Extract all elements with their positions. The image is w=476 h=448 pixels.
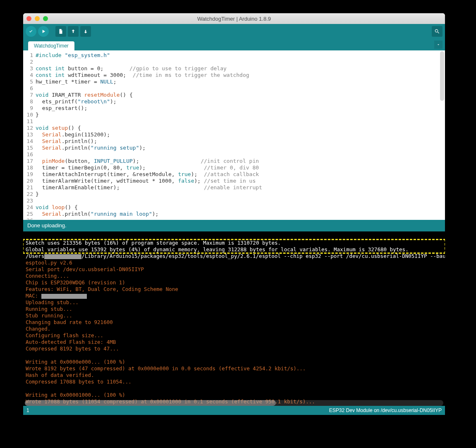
- line-number: 26: [23, 217, 36, 220]
- console-line: Auto-detected Flash size: 4MB: [26, 339, 116, 345]
- code-line[interactable]: 5hw_timer_t *timer = NULL;: [23, 79, 445, 85]
- console-line: MAC:: [26, 293, 87, 299]
- line-number: 5: [23, 79, 36, 85]
- upload-button[interactable]: [38, 26, 49, 37]
- code-line[interactable]: 10}: [23, 112, 445, 118]
- line-number: 8: [23, 98, 36, 105]
- code-text[interactable]: Serial.println("running main loop");: [36, 211, 158, 217]
- code-text[interactable]: Serial.println("running setup");: [36, 145, 146, 151]
- code-line[interactable]: 26: [23, 217, 445, 220]
- redacted-user: [44, 254, 81, 259]
- line-number: 3: [23, 65, 36, 72]
- line-number: 9: [23, 105, 36, 112]
- line-number: 22: [23, 191, 36, 198]
- code-line[interactable]: 1#include "esp_system.h": [23, 52, 445, 59]
- console-line: /Users/Library/Arduino15/packages/esp32/…: [26, 253, 445, 259]
- code-line[interactable]: 15 Serial.println("running setup");: [23, 145, 445, 151]
- code-line[interactable]: 12void setup() {: [23, 125, 445, 131]
- console-line: Connecting....: [26, 273, 69, 279]
- code-text[interactable]: Serial.begin(115200);: [36, 131, 110, 138]
- code-text[interactable]: esp_restart();: [36, 105, 87, 112]
- titlebar: WatchdogTimer | Arduino 1.8.9: [23, 13, 445, 24]
- minimize-button[interactable]: [35, 16, 40, 21]
- line-number: 6: [23, 85, 36, 92]
- code-line[interactable]: 22}: [23, 191, 445, 198]
- code-text[interactable]: #include "esp_system.h": [36, 52, 110, 59]
- line-number: 7: [23, 92, 36, 98]
- console-line: Uploading stub...: [26, 299, 79, 305]
- code-text[interactable]: timerAlarmEnable(timer); //enable interr…: [36, 184, 262, 191]
- code-text[interactable]: }: [36, 191, 39, 198]
- line-number: 11: [23, 118, 36, 125]
- code-text[interactable]: timer = timerBegin(0, 80, true); //timer…: [36, 164, 259, 171]
- code-text[interactable]: timerAttachInterrupt(timer, &resetModule…: [36, 171, 259, 178]
- code-text[interactable]: }: [36, 112, 39, 118]
- verify-button[interactable]: [26, 26, 36, 37]
- line-number: 19: [23, 171, 36, 178]
- tab-bar: WatchdogTimer: [23, 39, 445, 50]
- code-text[interactable]: timerAlarmWrite(timer, wdtTimeout * 1000…: [36, 178, 256, 184]
- line-number: 13: [23, 131, 36, 138]
- code-text[interactable]: ets_printf("reboot\n");: [36, 98, 117, 105]
- code-text[interactable]: void loop() {: [36, 204, 78, 211]
- console-line: Writing at 0x0000e000... (100 %): [26, 359, 125, 365]
- console-line: Chip is ESP32D0WDQ6 (revision 1): [26, 279, 125, 286]
- code-line[interactable]: 16: [23, 151, 445, 158]
- new-button[interactable]: [55, 26, 66, 37]
- code-line[interactable]: 14 Serial.println();: [23, 138, 445, 145]
- maximize-button[interactable]: [43, 16, 48, 21]
- code-line[interactable]: 17 pinMode(button, INPUT_PULLUP); //init…: [23, 158, 445, 164]
- console-line: Wrote 8192 bytes (47 compressed) at 0x00…: [26, 365, 306, 372]
- code-line[interactable]: 24void loop() {: [23, 204, 445, 211]
- save-button[interactable]: [80, 26, 91, 37]
- tab-watchdogtimer[interactable]: WatchdogTimer: [28, 41, 74, 50]
- console-line: Changing baud rate to 921600: [26, 319, 113, 325]
- editor-scrollbar[interactable]: [440, 51, 444, 101]
- code-editor[interactable]: 1#include "esp_system.h"23const int butt…: [23, 50, 445, 220]
- console-line: Compressed 17088 bytes to 11054...: [26, 379, 132, 385]
- console-line: esptool.py v2.6: [26, 260, 72, 266]
- code-line[interactable]: 3const int button = 0; //gpio to use to …: [23, 65, 445, 72]
- code-text[interactable]: void setup() {: [36, 125, 81, 131]
- code-text[interactable]: const int button = 0; //gpio to use to t…: [36, 65, 227, 72]
- line-number: 25: [23, 211, 36, 217]
- code-text[interactable]: const int wdtTimeout = 3000; //time in m…: [36, 72, 249, 79]
- line-number: 12: [23, 125, 36, 131]
- output-console[interactable]: Sketch uses 213356 bytes (16%) of progra…: [23, 231, 445, 406]
- code-line[interactable]: 7void IRAM_ATTR resetModule() {: [23, 92, 445, 98]
- console-line: Hash of data verified.: [26, 372, 94, 378]
- tab-menu-button[interactable]: [434, 41, 443, 49]
- serial-monitor-button[interactable]: [432, 26, 443, 37]
- close-button[interactable]: [26, 16, 31, 21]
- line-number: 18: [23, 164, 36, 171]
- code-line[interactable]: 6: [23, 85, 445, 92]
- traffic-lights: [26, 16, 48, 21]
- cursor-line: 1: [26, 407, 29, 413]
- open-button[interactable]: [68, 26, 79, 37]
- code-line[interactable]: 25 Serial.println("running main loop");: [23, 211, 445, 217]
- console-line: Running stub...: [26, 306, 72, 312]
- code-text[interactable]: Serial.println();: [36, 138, 97, 145]
- console-line: Configuring flash size...: [26, 332, 103, 338]
- line-number: 16: [23, 151, 36, 158]
- line-number: 24: [23, 204, 36, 211]
- code-line[interactable]: 23: [23, 198, 445, 204]
- code-line[interactable]: 18 timer = timerBegin(0, 80, true); //ti…: [23, 164, 445, 171]
- code-line[interactable]: 8 ets_printf("reboot\n");: [23, 98, 445, 105]
- code-text[interactable]: hw_timer_t *timer = NULL;: [36, 79, 117, 85]
- code-text[interactable]: void IRAM_ATTR resetModule() {: [36, 92, 133, 98]
- code-line[interactable]: 4const int wdtTimeout = 3000; //time in …: [23, 72, 445, 79]
- console-h-scrollbar[interactable]: [25, 400, 443, 406]
- code-line[interactable]: 19 timerAttachInterrupt(timer, &resetMod…: [23, 171, 445, 178]
- code-text[interactable]: pinMode(button, INPUT_PULLUP); //init co…: [36, 158, 259, 164]
- console-h-scrollbar-thumb[interactable]: [25, 400, 276, 406]
- code-line[interactable]: 21 timerAlarmEnable(timer); //enable int…: [23, 184, 445, 191]
- code-line[interactable]: 11: [23, 118, 445, 125]
- code-line[interactable]: 2: [23, 59, 445, 65]
- console-line: Features: WiFi, BT, Dual Core, Coding Sc…: [26, 286, 178, 292]
- toolbar: [23, 24, 445, 39]
- code-line[interactable]: 13 Serial.begin(115200);: [23, 131, 445, 138]
- code-line[interactable]: 20 timerAlarmWrite(timer, wdtTimeout * 1…: [23, 178, 445, 184]
- code-line[interactable]: 9 esp_restart();: [23, 105, 445, 112]
- line-number: 10: [23, 112, 36, 118]
